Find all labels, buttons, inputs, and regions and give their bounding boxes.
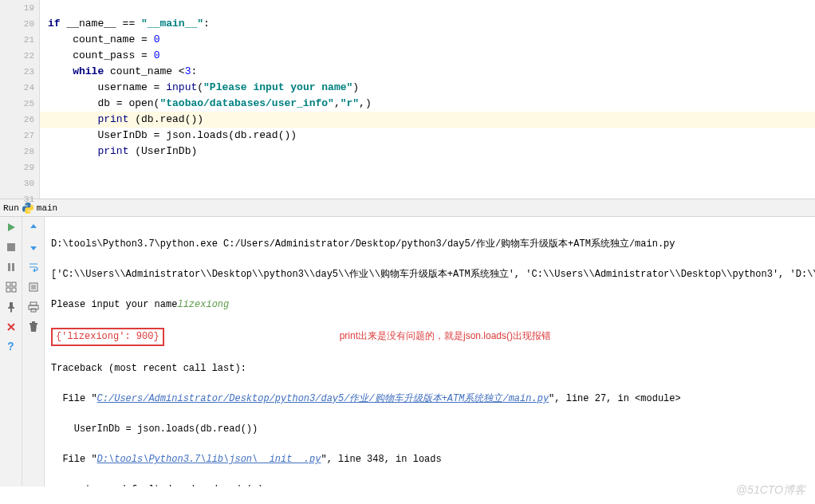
code-line: if __name__ == "__main__": [48,16,815,32]
watermark: @51CTO博客 [736,483,805,498]
svg-rect-1 [8,263,10,271]
print-button[interactable] [26,300,41,314]
run-label: Run [3,203,19,213]
console-output[interactable]: D:\tools\Python3.7\python.exe C:/Users/A… [45,217,815,486]
close-button[interactable] [4,320,18,334]
console-line: File "D:\tools\Python3.7\lib\json\__init… [51,452,809,467]
console-line: Traceback (most recent call last): [51,361,809,376]
line-number: 29 [0,159,34,175]
run-toolbar: ? [0,217,22,486]
console-panel: ? D:\tools\Python3.7\python.exe C:/Users… [0,217,815,486]
output-toolbar [22,217,45,486]
delete-button[interactable] [26,320,41,334]
file-link[interactable]: D:\tools\Python3.7\lib\json\__init__.py [97,454,321,465]
pause-button[interactable] [4,260,18,274]
line-number: 30 [0,175,34,191]
run-button[interactable] [4,220,18,234]
help-button[interactable]: ? [4,340,18,354]
line-number: 22 [0,48,34,64]
console-line: UserInDb = json.loads(db.read()) [51,422,809,437]
stop-button[interactable] [4,240,18,254]
run-config-name: main [37,203,57,213]
code-line: UserInDb = json.loads(db.read()) [48,128,815,144]
up-button[interactable] [26,220,41,234]
svg-rect-4 [12,282,16,286]
wrap-button[interactable] [26,260,41,274]
annotation-box: {'lizexiong': 900} [51,328,164,346]
console-line: D:\tools\Python3.7\python.exe C:/Users/A… [51,237,809,252]
line-number: 25 [0,96,34,112]
line-number: 28 [0,144,34,159]
pin-button[interactable] [4,300,18,314]
console-line: Please input your namelizexiong [51,297,809,313]
console-line: return _default_decoder.decode(s) [51,482,809,486]
line-number: 23 [0,64,34,80]
console-line: {'lizexiong': 900}print出来是没有问题的，就是json.l… [51,328,809,346]
down-button[interactable] [26,240,41,254]
layout-button[interactable] [4,280,18,294]
line-number: 21 [0,32,34,48]
console-line: File "C:/Users/Administrator/Desktop/pyt… [51,392,809,407]
file-link[interactable]: C:/Users/Administrator/Desktop/python3/d… [97,393,549,404]
line-number: 26 [0,112,34,128]
code-line: db = open("taobao/databases/user_info","… [48,96,815,112]
svg-rect-6 [12,288,16,292]
svg-rect-0 [7,243,15,251]
code-line-highlighted: print (db.read()) [40,112,815,128]
code-content[interactable]: if __name__ == "__main__": count_name = … [40,0,815,199]
line-number: 24 [0,80,34,96]
code-line: while count_name <3: [48,64,815,80]
annotation-text: print出来是没有问题的，就是json.loads()出现报错 [340,329,551,344]
code-line: count_pass = 0 [48,48,815,64]
line-number: 20 [0,16,34,32]
code-line: count_name = 0 [48,32,815,48]
code-editor: 19 20 21 22 23 24 25 26 27 28 29 30 31 i… [0,0,815,199]
line-gutter[interactable]: 19 20 21 22 23 24 25 26 27 28 29 30 31 [0,0,40,199]
scroll-button[interactable] [26,280,41,294]
python-icon [22,203,33,214]
svg-rect-2 [12,263,14,271]
line-number: 27 [0,128,34,144]
console-line: ['C:\\Users\\Administrator\\Desktop\\pyt… [51,267,809,282]
svg-rect-3 [6,282,10,286]
svg-rect-5 [6,288,10,292]
line-number: 19 [0,0,34,16]
code-line: print (UserInDb) [48,144,815,159]
svg-rect-8 [30,302,37,305]
code-line: username = input("Please input your name… [48,80,815,96]
